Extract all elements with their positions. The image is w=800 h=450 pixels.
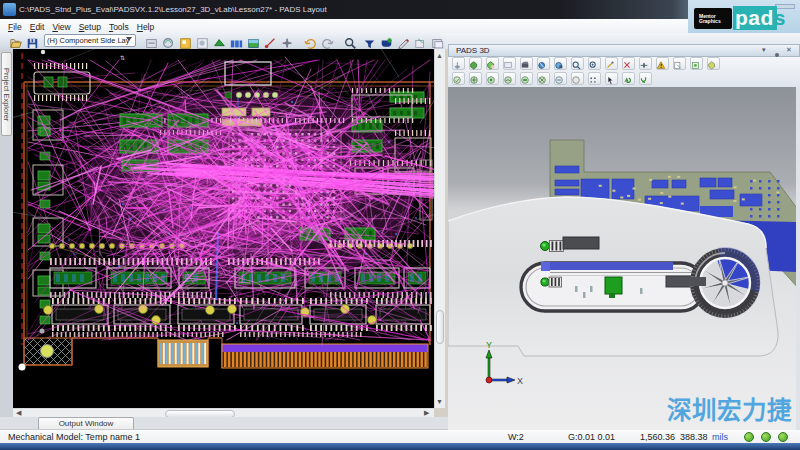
svg-text:⇅: ⇅ — [120, 55, 125, 61]
svg-text:X: X — [517, 376, 523, 386]
svg-text:Y: Y — [486, 340, 492, 350]
